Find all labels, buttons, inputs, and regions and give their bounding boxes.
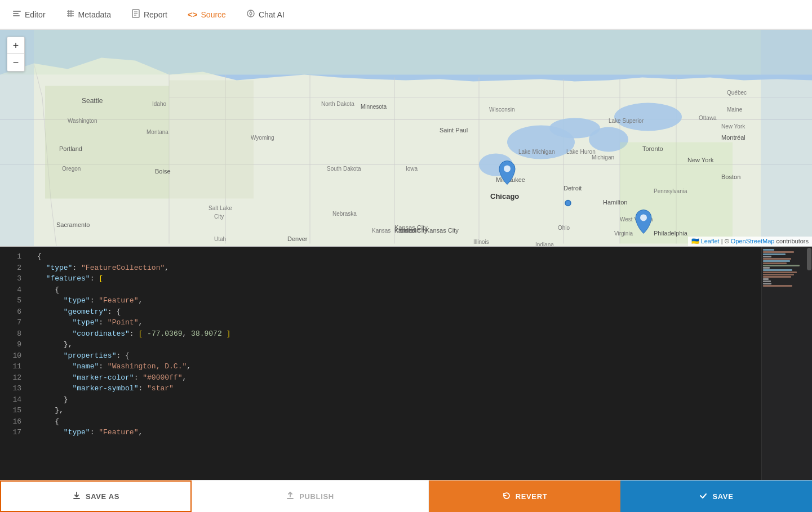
- zoom-in-button[interactable]: +: [7, 37, 24, 54]
- nav-report-label: Report: [144, 10, 167, 19]
- source-icon: <>: [188, 10, 198, 19]
- svg-text:Sacramento: Sacramento: [56, 221, 90, 228]
- code-editor[interactable]: 1 2 3 4 5 6 7 8 9 10 11 12 13 14 15 16 1…: [0, 247, 812, 480]
- scrollbar-thumb[interactable]: [807, 248, 811, 270]
- svg-text:Wyoming: Wyoming: [251, 135, 274, 141]
- svg-text:Minnesota: Minnesota: [361, 104, 387, 110]
- svg-text:Detroit: Detroit: [563, 185, 582, 192]
- publish-icon: [286, 491, 295, 502]
- svg-text:North Dakota: North Dakota: [321, 101, 354, 107]
- svg-text:Michigan: Michigan: [592, 154, 614, 161]
- code-line-16: {: [37, 416, 761, 428]
- nav-chat-ai[interactable]: Chat AI: [243, 7, 288, 22]
- svg-text:Saint Paul: Saint Paul: [440, 127, 468, 133]
- metadata-icon: [66, 9, 75, 20]
- openstreetmap-link[interactable]: OpenStreetMap: [731, 238, 775, 244]
- svg-text:Lake Huron: Lake Huron: [566, 149, 596, 155]
- save-as-icon: [72, 491, 81, 502]
- code-line-11: "name": "Washington, D.C.",: [37, 361, 761, 372]
- bottom-toolbar: SAVE AS PUBLISH REVERT SAVE: [0, 480, 812, 512]
- svg-rect-1: [13, 13, 19, 14]
- svg-text:Salt Lake: Salt Lake: [208, 205, 232, 211]
- nav-editor-label: Editor: [25, 10, 46, 19]
- svg-text:Toronto: Toronto: [642, 145, 663, 152]
- svg-text:Ottawa: Ottawa: [699, 115, 717, 121]
- svg-text:Virginia: Virginia: [614, 230, 633, 237]
- code-line-4: {: [37, 284, 761, 296]
- code-line-1: {: [37, 251, 761, 262]
- svg-point-21: [614, 103, 682, 131]
- svg-text:Lake Michigan: Lake Michigan: [518, 149, 554, 155]
- nav-chat-ai-label: Chat AI: [259, 10, 285, 19]
- code-line-6: "geometry": {: [37, 306, 761, 318]
- svg-rect-0: [13, 11, 21, 12]
- svg-text:Portland: Portland: [59, 145, 82, 152]
- publish-label: PUBLISH: [299, 492, 334, 501]
- vertical-scrollbar[interactable]: [806, 247, 812, 480]
- save-as-button[interactable]: SAVE AS: [0, 480, 192, 512]
- svg-text:Illinois: Illinois: [473, 239, 489, 245]
- map-area[interactable]: Seattle Washington Portland Oregon San J…: [0, 30, 812, 247]
- svg-text:Montréal: Montréal: [721, 134, 746, 141]
- publish-button[interactable]: PUBLISH: [192, 480, 429, 512]
- svg-text:New York: New York: [721, 123, 746, 130]
- zoom-out-button[interactable]: −: [7, 54, 24, 71]
- svg-text:Boston: Boston: [721, 173, 740, 180]
- svg-text:Seattle: Seattle: [82, 97, 103, 105]
- svg-text:Philadelphia: Philadelphia: [654, 230, 688, 237]
- minimap: [761, 247, 806, 480]
- svg-text:Washington: Washington: [68, 118, 97, 124]
- svg-text:Lincoln: Lincoln: [400, 227, 420, 234]
- revert-label: REVERT: [516, 492, 548, 501]
- code-line-12: "marker-color": "#0000ff",: [37, 372, 761, 384]
- code-line-17: "type": "Feature",: [37, 427, 761, 438]
- code-line-3: "features": [: [37, 273, 761, 284]
- code-line-14: }: [37, 394, 761, 406]
- svg-point-83: [504, 166, 511, 172]
- svg-point-85: [565, 201, 571, 206]
- nav-source[interactable]: <> Source: [184, 7, 229, 21]
- nav-metadata[interactable]: Metadata: [63, 7, 114, 22]
- svg-text:Denver: Denver: [287, 235, 308, 242]
- nav-report[interactable]: Report: [128, 7, 171, 22]
- leaflet-flag: 🇺🇦: [691, 238, 699, 244]
- svg-point-13: [250, 12, 252, 15]
- svg-text:Maine: Maine: [727, 106, 743, 113]
- map-attribution: 🇺🇦 Leaflet | © OpenStreetMap contributor…: [688, 237, 812, 246]
- svg-text:Iowa: Iowa: [406, 166, 418, 172]
- svg-text:Lake Superior: Lake Superior: [609, 118, 644, 124]
- report-icon: [131, 9, 140, 20]
- svg-text:Pennsylvania: Pennsylvania: [654, 188, 687, 194]
- code-line-13: "marker-symbol": "star": [37, 383, 761, 394]
- save-button[interactable]: SAVE: [620, 480, 812, 512]
- code-line-7: "type": "Point",: [37, 317, 761, 328]
- code-content[interactable]: { "type": "FeatureCollection", "features…: [28, 247, 761, 480]
- save-as-label: SAVE AS: [86, 492, 119, 501]
- svg-text:Ohio: Ohio: [558, 225, 570, 231]
- nav-metadata-label: Metadata: [78, 10, 111, 19]
- svg-rect-24: [761, 30, 812, 246]
- svg-rect-22: [0, 30, 812, 75]
- svg-text:Québec: Québec: [727, 90, 747, 96]
- leaflet-link[interactable]: Leaflet: [701, 238, 720, 244]
- code-line-15: },: [37, 405, 761, 416]
- svg-text:Montana: Montana: [147, 129, 168, 135]
- svg-text:Hamilton: Hamilton: [603, 199, 627, 206]
- code-line-8: "coordinates": [ -77.0369, 38.9072 ]: [37, 328, 761, 340]
- svg-text:Chicago: Chicago: [490, 192, 519, 201]
- svg-point-84: [640, 215, 647, 221]
- revert-button[interactable]: REVERT: [429, 480, 620, 512]
- chat-ai-icon: [246, 9, 255, 20]
- save-label: SAVE: [712, 492, 733, 501]
- svg-text:Wisconsin: Wisconsin: [489, 106, 515, 113]
- code-line-2: "type": "FeatureCollection",: [37, 262, 761, 274]
- save-icon: [699, 491, 708, 502]
- editor-icon: [12, 9, 21, 20]
- revert-icon: [502, 491, 511, 502]
- code-line-5: "type": "Feature",: [37, 295, 761, 306]
- line-numbers: 1 2 3 4 5 6 7 8 9 10 11 12 13 14 15 16 1…: [0, 247, 28, 480]
- svg-text:Utah: Utah: [214, 236, 226, 242]
- svg-text:New York: New York: [687, 157, 714, 163]
- svg-text:Kansas: Kansas: [372, 228, 391, 234]
- nav-editor[interactable]: Editor: [9, 7, 49, 22]
